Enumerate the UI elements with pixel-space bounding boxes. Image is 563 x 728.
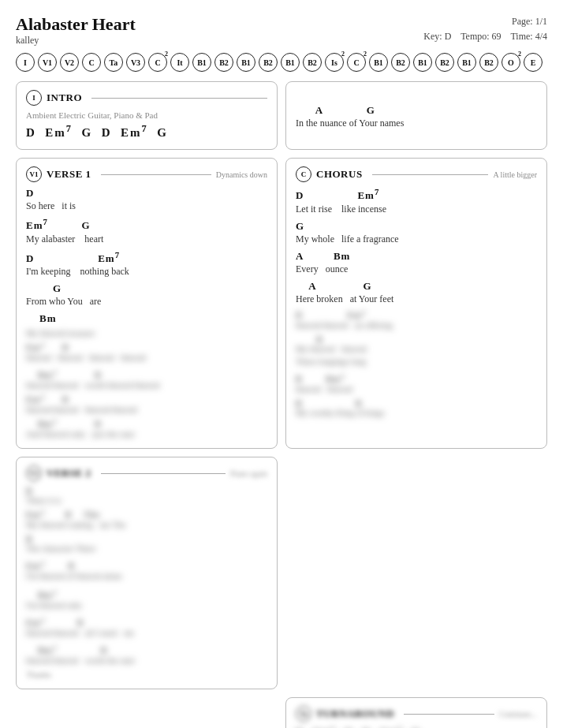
v1-lyric2: My alabaster heart <box>26 233 267 245</box>
c-chord3: A Bm <box>296 250 537 263</box>
badge-b2-13[interactable]: B2 <box>303 53 322 72</box>
verse2-note: Piano again <box>230 469 267 478</box>
content-grid: I INTRO Ambient Electric Guitar, Piano &… <box>16 81 547 728</box>
verse2-section: V2 VERSE 2 Piano again B There it is Em⁷… <box>16 457 278 689</box>
c-lyric1: Let it rise like incense <box>296 203 537 215</box>
tempo-info: Tempo: 69 <box>460 31 501 42</box>
badge-b1-18[interactable]: B1 <box>413 53 432 72</box>
verse2-badge[interactable]: V2 <box>26 465 42 481</box>
badge-c-15[interactable]: C2 <box>347 53 366 72</box>
c-lyric3: Every ounce <box>296 263 537 275</box>
v1-chord5: Bm <box>26 312 267 325</box>
badge-i-0[interactable]: I <box>16 53 35 72</box>
v1-lyric3: I'm keeping nothing back <box>26 266 267 278</box>
badge-b1-20[interactable]: B1 <box>457 53 476 72</box>
intro-right-lyric: In the nuance of Your names <box>296 118 537 129</box>
badge-it-7[interactable]: It <box>170 53 189 72</box>
turnaround-badge[interactable]: Ta <box>296 706 311 722</box>
c-blurred1: D Em⁷ blurred blurred an offering B My b… <box>296 310 537 417</box>
badge-c-3[interactable]: C <box>82 53 101 72</box>
v1-lyric1: So here it is <box>26 200 267 212</box>
c-chord1: D Em7 <box>296 187 537 202</box>
song-title: Alabaster Heart <box>16 14 136 35</box>
badge-is-14[interactable]: Is2 <box>325 53 344 72</box>
c-lyric2: My whole life a fragrance <box>296 233 537 245</box>
badge-v2-2[interactable]: V2 <box>60 53 79 72</box>
badge-o-22[interactable]: O2 <box>501 53 520 72</box>
v1-chord1: D <box>26 187 267 200</box>
badge-c-6[interactable]: C2 <box>148 53 167 72</box>
badge-b2-11[interactable]: B2 <box>259 53 278 72</box>
badge-e-23[interactable]: E <box>524 53 542 72</box>
verse1-name: VERSE 1 <box>47 168 91 181</box>
badge-b1-16[interactable]: B1 <box>369 53 388 72</box>
v1-chord3: D Em7 <box>26 250 267 265</box>
badge-b2-17[interactable]: B2 <box>391 53 410 72</box>
chorus-badge[interactable]: C <box>296 166 311 182</box>
header-meta: Page: 1/1 Key: D Tempo: 69 Time: 4/4 <box>423 14 547 44</box>
c-lyric4: Here broken at Your feet <box>296 293 537 305</box>
intro-section-name: INTRO <box>47 91 82 104</box>
key-info: Key: D <box>423 31 451 42</box>
badge-b2-21[interactable]: B2 <box>479 53 498 72</box>
v1-chord2: Em7 G <box>26 217 267 232</box>
c-chord4: A G <box>296 280 537 293</box>
page-header: Alabaster Heart kalley Page: 1/1 Key: D … <box>16 14 547 47</box>
c-chord2: G <box>296 220 537 233</box>
chorus-note: A little bigger <box>493 170 537 179</box>
verse1-note: Dynamics down <box>216 170 267 179</box>
verse1-section: V1 VERSE 1 Dynamics down D So here it is… <box>16 158 278 449</box>
badge-v1-1[interactable]: V1 <box>38 53 57 72</box>
intro-badge[interactable]: I <box>26 90 42 106</box>
badge-b1-8[interactable]: B1 <box>192 53 211 72</box>
v1-lyric4: From who You are <box>26 296 267 308</box>
badge-b1-12[interactable]: B1 <box>281 53 300 72</box>
badge-b2-19[interactable]: B2 <box>435 53 454 72</box>
intro-section: I INTRO Ambient Electric Guitar, Piano &… <box>16 81 278 150</box>
turnaround-name: TURNAROUND <box>316 707 394 720</box>
verse2-name: VERSE 2 <box>47 467 91 480</box>
turnaround-section: Ta TURNAROUND Continues... B Em⁷ B B Em⁷… <box>285 697 547 728</box>
page-info: Page: 1/1 <box>423 14 547 29</box>
intro-instrument: Ambient Electric Guitar, Piano & Pad <box>26 110 267 120</box>
badge-b1-10[interactable]: B1 <box>237 53 255 72</box>
badge-b2-9[interactable]: B2 <box>214 53 233 72</box>
badge-ta-4[interactable]: Ta <box>104 53 123 72</box>
chorus-section: C CHORUS A little bigger D Em7 Let it ri… <box>285 158 547 449</box>
v1-chord4: G <box>26 282 267 295</box>
verse1-badge[interactable]: V1 <box>26 166 42 182</box>
intro-chords: D Em7 G D Em7 G <box>26 123 267 140</box>
turnaround-note: Continues... <box>499 710 537 719</box>
intro-right-chords: A G <box>296 104 537 117</box>
song-artist: kalley <box>16 35 136 47</box>
v1-blurred1: My blurred treasure Em⁷ B blurred blurre… <box>26 328 267 439</box>
section-badges: IV1V2CTaV3C2ItB1B2B1B2B1B2Is2C2B1B2B1B2B… <box>16 53 547 72</box>
verse2-content: B There it is Em⁷ B The My blurred wakin… <box>26 486 267 665</box>
time-info: Time: 4/4 <box>510 31 547 42</box>
intro-right-section: A G In the nuance of Your names <box>285 81 547 150</box>
chorus-name: CHORUS <box>316 168 363 181</box>
badge-v3-5[interactable]: V3 <box>126 53 145 72</box>
